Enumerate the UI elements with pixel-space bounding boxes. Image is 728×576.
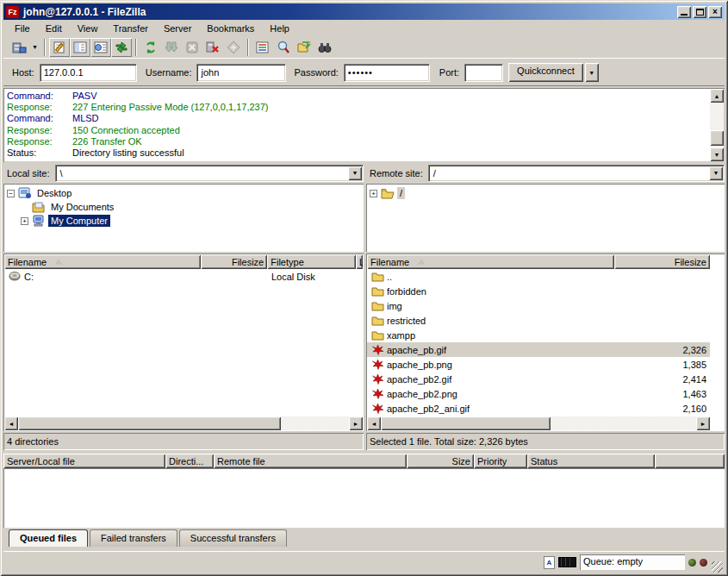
username-input[interactable]: john <box>196 64 286 82</box>
message-log: Command: PASV Response: 227 Entering Pas… <box>3 88 725 162</box>
local-site-value: \ <box>60 168 63 178</box>
tree-label[interactable]: Desktop <box>34 187 74 199</box>
minimize-button[interactable] <box>677 6 691 18</box>
menu-file[interactable]: File <box>7 22 38 35</box>
file-row-c-drive[interactable]: C: Local Disk <box>4 269 363 284</box>
tab-queued-files[interactable]: Queued files <box>9 529 88 547</box>
column-label: Filesize <box>232 257 264 267</box>
expand-icon[interactable]: + <box>21 217 28 225</box>
column-server-local-file[interactable]: Server/Local file <box>3 454 165 468</box>
menu-edit[interactable]: Edit <box>38 22 70 35</box>
file-row[interactable]: apache_pb.png 1,385 <box>367 357 710 372</box>
column-direction[interactable]: Directi... <box>165 454 214 468</box>
file-row[interactable]: apache_pb2_ani.gif 2,160 <box>367 401 710 416</box>
column-remote-file[interactable]: Remote file <box>214 454 407 468</box>
scroll-track[interactable] <box>381 416 696 430</box>
filter-button[interactable] <box>252 38 273 57</box>
close-button[interactable]: × <box>708 6 722 18</box>
log-scrollbar[interactable]: ▲ ▼ <box>710 89 724 161</box>
file-size: 2,160 <box>682 404 706 414</box>
local-list-hscrollbar[interactable]: ◄ ► <box>4 416 363 430</box>
password-input[interactable]: •••••• <box>344 64 430 82</box>
file-row[interactable]: apache_pb2.gif 2,414 <box>367 372 710 386</box>
scroll-right-icon[interactable]: ► <box>349 416 363 430</box>
tree-item-desktop[interactable]: − Desktop <box>7 186 362 200</box>
expand-icon[interactable]: + <box>370 190 377 197</box>
column-filetype[interactable]: Filetype <box>267 254 356 269</box>
tab-failed-transfers[interactable]: Failed transfers <box>90 529 177 547</box>
menu-server[interactable]: Server <box>156 22 199 35</box>
toggle-local-tree-button[interactable] <box>70 38 90 57</box>
refresh-button[interactable] <box>140 38 161 57</box>
quickconnect-dropdown[interactable]: ▼ <box>585 63 599 82</box>
combo-dropdown-icon[interactable]: ▼ <box>709 166 723 180</box>
column-last-modified[interactable]: L <box>356 254 363 269</box>
data-type-indicator-icon[interactable]: A <box>544 556 555 569</box>
maximize-button[interactable] <box>693 6 706 18</box>
file-row-selected[interactable]: apache_pb.gif 2,326 <box>367 342 710 357</box>
collapse-icon[interactable]: − <box>7 190 15 197</box>
remote-list-body[interactable]: .. forbidden img <box>367 269 710 416</box>
column-size[interactable]: Size <box>407 454 474 468</box>
local-site-combobox[interactable]: \ ▼ <box>55 165 364 182</box>
remote-tree-icon <box>94 41 108 54</box>
resize-grip-icon[interactable] <box>712 561 723 573</box>
file-row[interactable]: restricted <box>367 313 710 328</box>
scroll-thumb[interactable] <box>710 130 724 146</box>
file-row[interactable]: .. <box>367 269 710 284</box>
tab-successful-transfers[interactable]: Successful transfers <box>179 529 287 547</box>
scroll-down-icon[interactable]: ▼ <box>710 147 724 161</box>
file-row[interactable]: forbidden <box>367 284 710 298</box>
site-manager-button[interactable] <box>9 38 29 57</box>
cancel-button[interactable] <box>182 38 202 57</box>
scroll-thumb[interactable] <box>381 416 551 430</box>
scroll-left-icon[interactable]: ◄ <box>367 416 381 430</box>
minimize-icon <box>681 14 688 16</box>
toggle-remote-tree-button[interactable] <box>90 38 111 57</box>
synchronized-browsing-button[interactable] <box>294 38 314 57</box>
tree-item-root[interactable]: + / <box>370 186 723 200</box>
tree-item-my-computer[interactable]: + My Computer <box>7 214 362 228</box>
remote-site-combobox[interactable]: / ▼ <box>428 165 725 182</box>
scroll-left-icon[interactable]: ◄ <box>4 416 18 430</box>
menu-view[interactable]: View <box>70 22 106 35</box>
scroll-track[interactable] <box>18 416 349 430</box>
reconnect-button[interactable] <box>223 38 244 57</box>
speed-limit-indicator-icon[interactable] <box>558 557 576 567</box>
column-filesize[interactable]: Filesize <box>201 254 267 269</box>
site-manager-dropdown[interactable]: ▼ <box>29 38 40 57</box>
column-filesize[interactable]: Filesize <box>614 254 710 269</box>
column-filename[interactable]: Filename <box>367 254 614 269</box>
quickconnect-button[interactable]: Quickconnect <box>508 63 583 82</box>
scroll-right-icon[interactable]: ► <box>696 416 710 430</box>
toggle-message-log-button[interactable] <box>49 38 70 57</box>
local-list-body[interactable]: C: Local Disk <box>4 269 363 416</box>
scroll-thumb[interactable] <box>18 416 281 430</box>
column-filename[interactable]: Filename <box>4 254 201 269</box>
remote-list-header: Filename Filesize <box>367 254 710 269</box>
tree-label-selected[interactable]: / <box>397 187 405 199</box>
combo-dropdown-icon[interactable]: ▼ <box>348 166 362 180</box>
port-input[interactable] <box>464 64 503 82</box>
title-bar[interactable]: Fz john@127.0.0.1 - FileZilla × <box>3 3 725 20</box>
process-queue-button[interactable] <box>161 38 182 57</box>
queue-body[interactable] <box>3 468 725 528</box>
directory-comparison-button[interactable] <box>314 38 335 57</box>
column-priority[interactable]: Priority <box>474 454 527 468</box>
scroll-up-icon[interactable]: ▲ <box>710 89 724 103</box>
file-row[interactable]: img <box>367 298 710 313</box>
tree-label-selected[interactable]: My Computer <box>48 215 110 227</box>
file-row[interactable]: apache_pb2.png 1,463 <box>367 386 710 401</box>
file-search-button[interactable] <box>273 38 294 57</box>
remote-list-hscrollbar[interactable]: ◄ ► <box>367 416 710 430</box>
tree-label[interactable]: My Documents <box>48 201 116 213</box>
host-input[interactable]: 127.0.0.1 <box>40 64 137 82</box>
menu-transfer[interactable]: Transfer <box>105 22 156 35</box>
file-row[interactable]: xampp <box>367 328 710 342</box>
column-status[interactable]: Status <box>527 454 655 468</box>
disconnect-button[interactable] <box>202 38 223 57</box>
toggle-transfer-queue-button[interactable] <box>111 38 132 57</box>
menu-bookmarks[interactable]: Bookmarks <box>199 22 262 35</box>
menu-help[interactable]: Help <box>262 22 297 35</box>
tree-item-my-documents[interactable]: My Documents <box>7 200 362 214</box>
